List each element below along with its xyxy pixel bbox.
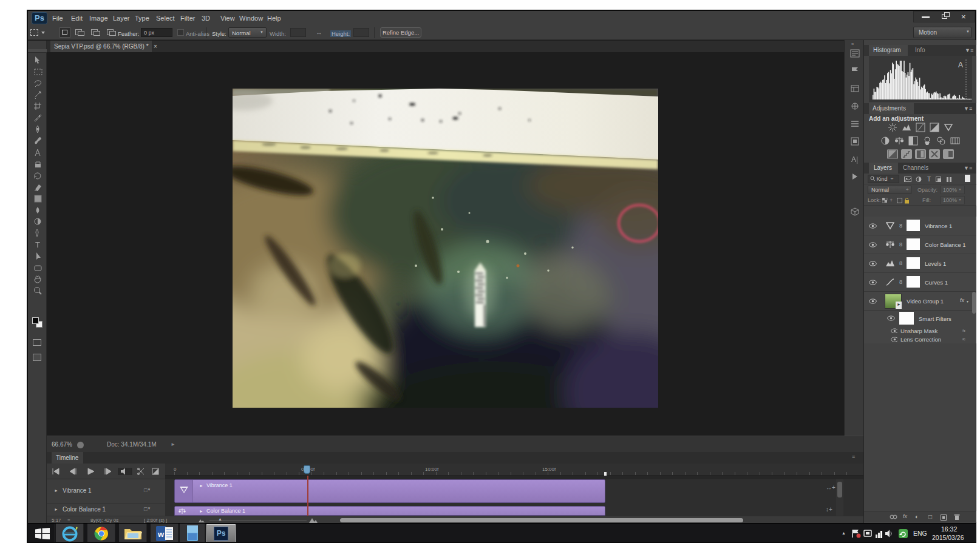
svg-text:T: T bbox=[927, 176, 931, 183]
svg-text:T: T bbox=[35, 240, 40, 249]
svg-text:w: w bbox=[157, 530, 165, 539]
svg-text:A: A bbox=[958, 61, 963, 69]
svg-text:A|: A| bbox=[851, 155, 858, 164]
